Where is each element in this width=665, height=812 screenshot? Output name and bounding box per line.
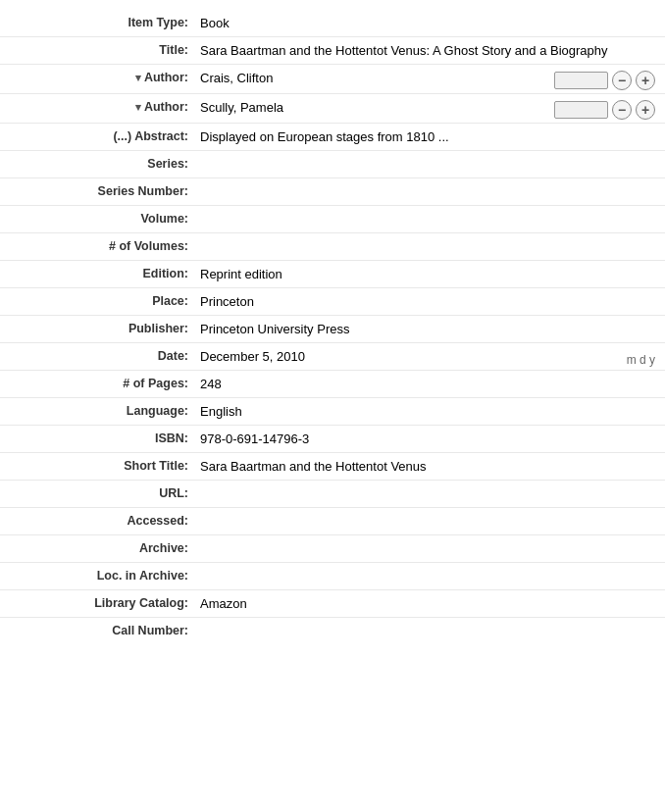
label-url: URL: <box>0 483 196 500</box>
value-cell-edition: Reprint edition <box>196 264 665 281</box>
author-controls-author-1: −+ <box>554 71 665 90</box>
label-author-1: ▾Author: <box>0 68 196 84</box>
field-row-accessed: Accessed: <box>0 508 665 535</box>
label-text-accessed: Accessed: <box>127 514 188 528</box>
field-row-series-number: Series Number: <box>0 178 665 206</box>
label-call-number: Call Number: <box>0 621 196 637</box>
value-short-title[interactable]: Sara Baartman and the Hottentot Venus <box>200 459 665 474</box>
label-text-author-2: Author: <box>144 100 188 114</box>
label-isbn: ISBN: <box>0 429 196 445</box>
field-row-place: Place:Princeton <box>0 288 665 316</box>
value-cell-title: Sara Baartman and the Hottentot Venus: A… <box>196 40 665 58</box>
value-cell-series <box>196 154 665 157</box>
value-cell-call-number <box>196 621 665 624</box>
field-row-edition: Edition:Reprint edition <box>0 261 665 288</box>
value-cell-loc-in-archive <box>196 566 665 569</box>
value-cell-author-1: Crais, Clifton−+ <box>196 68 665 90</box>
remove-author-button-author-1[interactable]: − <box>612 71 632 90</box>
label-text-call-number: Call Number: <box>112 624 188 637</box>
add-author-button-author-1[interactable]: + <box>636 71 655 90</box>
value-cell-isbn: 978-0-691-14796-3 <box>196 429 665 446</box>
field-row-publisher: Publisher:Princeton University Press <box>0 316 665 343</box>
label-edition: Edition: <box>0 264 196 280</box>
value-isbn[interactable]: 978-0-691-14796-3 <box>200 431 665 446</box>
field-row-author-1: ▾Author:Crais, Clifton−+ <box>0 65 665 94</box>
value-publisher[interactable]: Princeton University Press <box>200 322 665 336</box>
label-accessed: Accessed: <box>0 511 196 528</box>
label-series: Series: <box>0 154 196 171</box>
label-volume: Volume: <box>0 209 196 226</box>
label-short-title: Short Title: <box>0 456 196 473</box>
label-text-edition: Edition: <box>142 267 188 280</box>
label-text-publisher: Publisher: <box>128 322 188 335</box>
arrow-icon-author-1[interactable]: ▾ <box>135 71 141 84</box>
field-row-volume: Volume: <box>0 206 665 233</box>
label-text-place: Place: <box>152 294 188 308</box>
value-cell-language: English <box>196 401 665 419</box>
value-cell-archive <box>196 538 665 541</box>
label-text-date: Date: <box>158 349 188 363</box>
value-abstract[interactable]: Displayed on European stages from 1810 .… <box>200 129 665 144</box>
value-edition[interactable]: Reprint edition <box>200 267 665 281</box>
label-text-title: Title: <box>159 43 188 57</box>
value-place[interactable]: Princeton <box>200 294 665 309</box>
field-row-library-catalog: Library Catalog:Amazon <box>0 590 665 618</box>
field-row-call-number: Call Number: <box>0 618 665 645</box>
label-abstract: (...) Abstract: <box>0 127 196 143</box>
value-num-pages[interactable]: 248 <box>200 377 665 391</box>
label-num-pages: # of Pages: <box>0 374 196 390</box>
field-row-item-type: Item Type:Book <box>0 10 665 37</box>
label-title: Title: <box>0 40 196 57</box>
field-row-language: Language:English <box>0 398 665 426</box>
arrow-icon-author-2[interactable]: ▾ <box>135 100 141 114</box>
field-row-series: Series: <box>0 151 665 178</box>
field-row-archive: Archive: <box>0 535 665 563</box>
label-text-series-number: Series Number: <box>98 184 188 198</box>
label-text-author-1: Author: <box>144 71 188 84</box>
label-text-item-type: Item Type: <box>128 16 188 29</box>
value-date[interactable]: December 5, 2010 <box>200 349 627 364</box>
label-text-short-title: Short Title: <box>124 459 188 473</box>
author-input-author-1[interactable] <box>554 72 608 89</box>
label-library-catalog: Library Catalog: <box>0 593 196 610</box>
label-archive: Archive: <box>0 538 196 555</box>
value-cell-short-title: Sara Baartman and the Hottentot Venus <box>196 456 665 474</box>
label-series-number: Series Number: <box>0 181 196 198</box>
value-cell-place: Princeton <box>196 291 665 309</box>
label-publisher: Publisher: <box>0 319 196 335</box>
value-item-type[interactable]: Book <box>200 16 665 30</box>
value-cell-series-number <box>196 181 665 184</box>
value-title[interactable]: Sara Baartman and the Hottentot Venus: A… <box>200 43 665 58</box>
label-text-url: URL: <box>159 486 188 500</box>
value-cell-num-pages: 248 <box>196 374 665 391</box>
field-row-author-2: ▾Author:Scully, Pamela−+ <box>0 94 665 124</box>
field-row-short-title: Short Title:Sara Baartman and the Hotten… <box>0 453 665 481</box>
field-row-num-volumes: # of Volumes: <box>0 233 665 261</box>
label-author-2: ▾Author: <box>0 97 196 114</box>
field-row-url: URL: <box>0 481 665 508</box>
label-text-volume: Volume: <box>141 212 188 226</box>
value-author-1[interactable]: Crais, Clifton <box>200 71 554 85</box>
value-cell-volume <box>196 209 665 212</box>
value-language[interactable]: English <box>200 404 665 419</box>
label-text-isbn: ISBN: <box>155 431 188 445</box>
value-library-catalog[interactable]: Amazon <box>200 596 665 611</box>
date-format-date[interactable]: m d y <box>627 349 665 367</box>
add-author-button-author-2[interactable]: + <box>636 100 655 120</box>
metadata-form: Item Type:BookTitle:Sara Baartman and th… <box>0 0 665 655</box>
label-text-num-volumes: # of Volumes: <box>109 239 188 253</box>
value-cell-accessed <box>196 511 665 514</box>
value-cell-library-catalog: Amazon <box>196 593 665 611</box>
label-text-series: Series: <box>147 157 188 171</box>
remove-author-button-author-2[interactable]: − <box>612 100 632 120</box>
label-text-archive: Archive: <box>139 541 188 555</box>
author-input-author-2[interactable] <box>554 101 608 119</box>
label-place: Place: <box>0 291 196 308</box>
label-loc-in-archive: Loc. in Archive: <box>0 566 196 583</box>
label-text-abstract: (...) Abstract: <box>113 129 188 143</box>
value-author-2[interactable]: Scully, Pamela <box>200 100 554 115</box>
field-row-date: Date:December 5, 2010m d y <box>0 343 665 371</box>
value-cell-url <box>196 483 665 486</box>
label-text-loc-in-archive: Loc. in Archive: <box>97 569 188 583</box>
label-num-volumes: # of Volumes: <box>0 236 196 253</box>
